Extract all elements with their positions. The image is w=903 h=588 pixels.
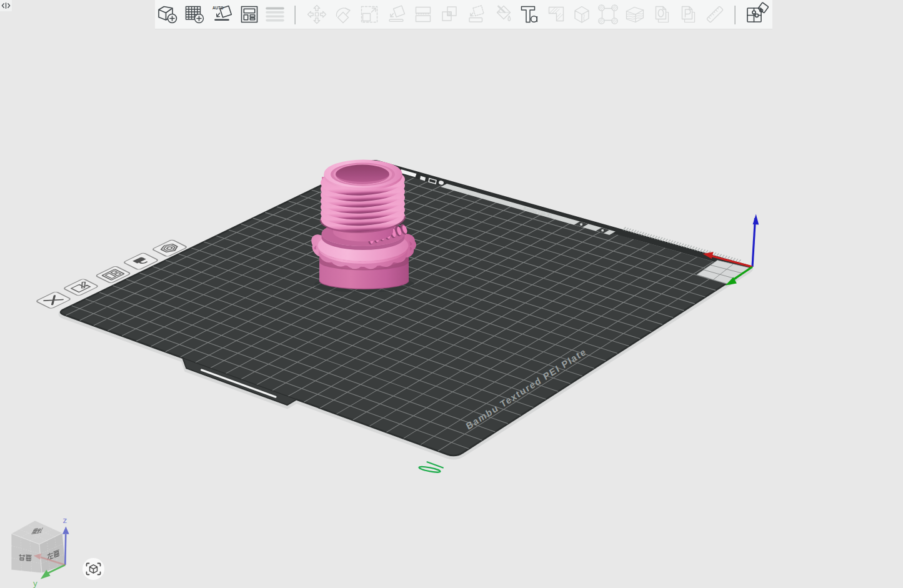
svg-text:z: z (63, 516, 67, 525)
svg-text:AUTO: AUTO (212, 6, 224, 10)
svg-text:y: y (33, 579, 37, 588)
